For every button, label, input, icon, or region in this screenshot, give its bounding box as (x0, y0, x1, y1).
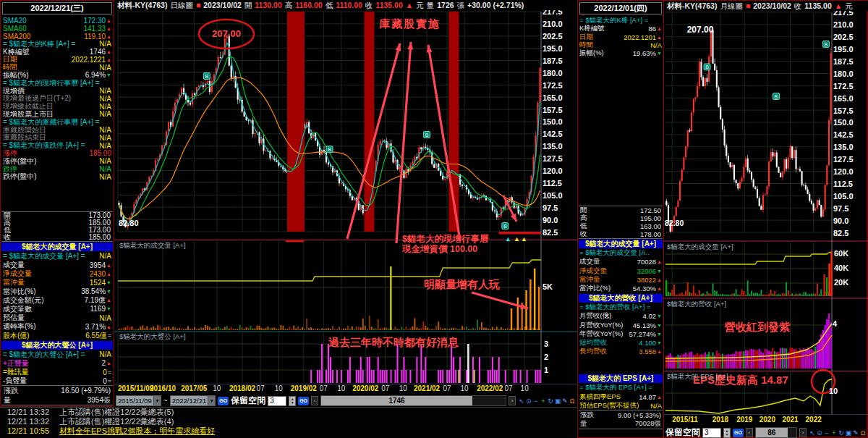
y-axis-tick: 90.0 (542, 216, 576, 224)
stepper-control[interactable]: ▲▼ (289, 396, 296, 406)
refresh-icon[interactable]: ↻ (547, 397, 554, 405)
infobar-field: 材料-KY(4763) (667, 1, 717, 11)
alert-bell-icon[interactable]: Ω (569, 397, 576, 405)
y-axis-tick: 217.5 (833, 11, 867, 17)
low-price-label: 82.80 (119, 219, 139, 227)
infobar-field: 日線圖 (170, 0, 193, 10)
refresh-icon[interactable]: ↻ (838, 429, 845, 437)
monthly-chart-area[interactable]: BBB 217.5210.0202.5195.0187.5180.0172.51… (664, 11, 868, 438)
info-row: 成交量70028▲ (578, 258, 663, 266)
eps-section-header: $貓老大的 EPS [A+] (579, 374, 663, 383)
date-to-select[interactable]: 2022/12/21▼ (170, 395, 216, 406)
infobar-field: 2023/10/02 (753, 1, 791, 11)
draw-icon[interactable]: ✎ (561, 397, 569, 405)
news-item[interactable]: 12/21 13:32上市認購(售)權證12/22彙總表(4) (0, 417, 577, 426)
pointer-icon[interactable]: ↖ (518, 397, 525, 405)
info-row: 當沖量1524▼ (1, 278, 114, 287)
x-axis-tick: 2020/02 (352, 384, 378, 392)
svg-text:B: B (825, 42, 828, 47)
x-axis-tick: 2022 (806, 416, 822, 424)
info-row: 日期2022.1201▲ (578, 33, 663, 41)
keep-space-label: 保留空間 (231, 395, 265, 407)
info-row: 開172.50 (579, 206, 663, 214)
keep-space-input[interactable]: 3 (702, 428, 721, 438)
voice-pane-label: $貓老大的大聲公 [A+] (119, 332, 186, 342)
alert-bell-icon[interactable]: Ω (859, 429, 867, 437)
zoom-in-icon[interactable]: + (830, 429, 838, 437)
x-axis-tick: 2020 (760, 416, 775, 424)
go-button[interactable]: GO (298, 397, 309, 405)
daily-scrollbar[interactable]: 1746 (320, 395, 506, 406)
info-row: 累積四季EPS14.87▲ (578, 392, 663, 401)
info-row: 庫藏股結束日N/A (1, 134, 114, 142)
zoom-in-icon[interactable]: + (540, 397, 547, 405)
monthly-infobar: 材料-KY(4763)月線圖■2023/10/02收1135.00▲元 (664, 1, 868, 11)
info-row: 月營收YoY(%)45.13%▼ (578, 321, 663, 329)
info-row: SMA60141.33▲ (1, 25, 114, 33)
info-row: 漲停(盤中)N/A (1, 157, 114, 165)
y-axis-tick: 97.5 (542, 204, 576, 212)
daily-chart-area[interactable]: BBBB 217.5210.0202.5195.0187.5180.0172.5… (114, 10, 577, 407)
window-icon[interactable]: ▣ (845, 429, 852, 437)
news-item[interactable]: 12/21 10:55材料全年EPS挑戰2個股本；明年需求續看好 (0, 426, 577, 436)
stock-app-window: 2022/12/21(三) SMA20172.30▲SMA60141.33▲SM… (0, 0, 868, 438)
go-button[interactable]: GO (218, 397, 229, 405)
y-axis-tick: 165.0 (542, 94, 576, 102)
info-row: 低173.00 (1, 227, 113, 234)
zoom-out-icon[interactable]: − (532, 397, 540, 405)
keep-space-input[interactable]: 3 (268, 396, 286, 406)
volume-axis-label: 5K (542, 282, 553, 291)
y-axis-tick: 105.0 (833, 193, 867, 201)
scroll-right-button[interactable]: › (799, 428, 807, 437)
y-axis-tick: 120.0 (833, 168, 867, 176)
ohlc-box: 開173.00高185.00低173.00收185.00 (1, 211, 113, 242)
y-axis-tick: 135.0 (833, 143, 867, 151)
y-axis-tick: 82.5 (542, 229, 576, 237)
infobar-field: 高 (285, 0, 293, 10)
y-axis-tick: 172.5 (542, 82, 576, 90)
draw-icon[interactable]: ✎ (852, 429, 859, 437)
date-from-select[interactable]: 2015/11/09▼ (116, 395, 161, 406)
cursor-date-header: 2022/12/01(四) (579, 2, 662, 14)
infobar-field: 材料-KY(4763) (117, 0, 167, 10)
y-axis-tick: 217.5 (542, 10, 576, 16)
peak-price-label: 207.00 (200, 28, 253, 39)
scroll-left-button[interactable]: ‹ (746, 428, 753, 437)
stepper-control[interactable]: ▲▼ (723, 428, 731, 438)
chevron-down-icon[interactable]: ▼ (208, 396, 215, 405)
chart-toolbar: ↖⊙−+↻▣✎Ω (518, 397, 576, 405)
clock-icon[interactable]: ⊙ (816, 429, 823, 437)
volume-axis-40k: 40K (834, 264, 848, 272)
scrollbar-thumb[interactable]: 1746 (321, 396, 472, 405)
x-axis-tick: 07 (257, 384, 265, 392)
info-row: 當沖量38022▲ (578, 275, 663, 284)
window-icon[interactable]: ▣ (554, 397, 561, 405)
scroll-right-button[interactable]: › (509, 396, 516, 405)
scrollbar-thumb[interactable]: 86 (756, 428, 788, 437)
buyback-annotation: 庫藏股實施 (379, 17, 441, 31)
daily-chart-panel: 材料-KY(4763)日線圖■2023/10/02開1130.00高1160.0… (114, 0, 577, 407)
monthly-scrollbar[interactable]: 86 (755, 427, 797, 438)
info-row: 現增股票上市日N/A (1, 111, 114, 119)
clock-icon[interactable]: ⊙ (525, 397, 532, 405)
pointer-icon[interactable]: ↖ (809, 429, 816, 437)
y-axis-tick: 195.0 (542, 45, 576, 53)
volume-pane-label: $貓老大的成交量 [A+] (667, 243, 733, 252)
info-row: 收185.00 (1, 234, 113, 241)
scroll-left-button[interactable]: ‹ (311, 396, 318, 405)
infobar-field: ■ (196, 0, 200, 10)
chevron-down-icon[interactable]: ▼ (153, 396, 161, 405)
zoom-out-icon[interactable]: − (823, 429, 830, 437)
y-axis-tick: 112.5 (833, 180, 867, 188)
infobar-field: +30.00 (+2.71%) (467, 0, 524, 10)
news-item[interactable]: 12/21 13:32上市認購(售)權證12/22彙總表(5) (0, 408, 577, 417)
go-button[interactable]: GO (733, 429, 744, 437)
info-row: 成交筆數1169▼ (1, 305, 114, 313)
x-axis-tick: 10 (399, 384, 407, 392)
y-axis-tick: 202.5 (542, 33, 576, 41)
volume-section-header: $貓老大的成交量 [A+] (1, 243, 113, 251)
placement-annotation-line2: 現金增資價 100.00 (402, 243, 477, 256)
info-row: = $貓老大的K棒 [A+] = (578, 17, 663, 25)
y-axis-tick: 135.0 (542, 143, 576, 151)
info-row: SMA20172.30▲ (1, 17, 114, 25)
